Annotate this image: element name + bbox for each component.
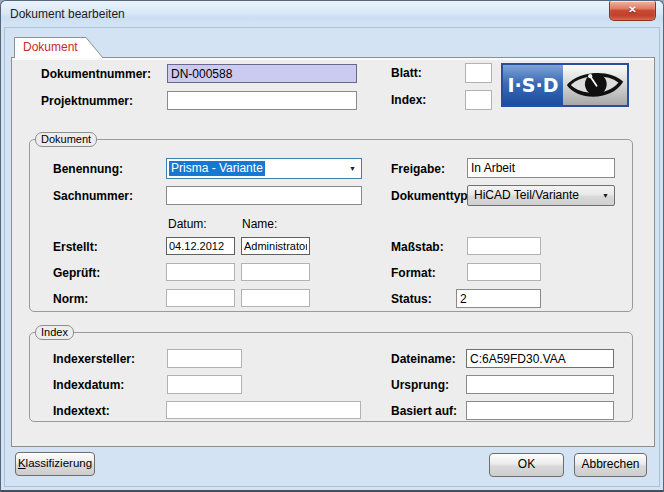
- indexersteller-field[interactable]: [167, 349, 242, 368]
- ursprung-label: Ursprung:: [391, 378, 449, 392]
- geprueft-label: Geprüft:: [53, 266, 100, 280]
- freigabe-field[interactable]: [467, 158, 615, 178]
- massstab-field[interactable]: [467, 237, 541, 255]
- index-group-caption: Index: [35, 325, 74, 340]
- dokument-group-caption: Dokument: [35, 132, 97, 147]
- ok-button-label: OK: [518, 457, 535, 471]
- freigabe-label: Freigabe:: [391, 162, 445, 176]
- norm-name-field[interactable]: [241, 289, 310, 307]
- chevron-down-icon[interactable]: ▼: [349, 165, 356, 172]
- isd-logo-blue-panel: I·S·D: [503, 65, 563, 105]
- erstellt-name-field[interactable]: [241, 237, 310, 255]
- window-title: Dokument bearbeiten: [10, 7, 125, 21]
- erstellt-label: Erstellt:: [53, 240, 98, 254]
- basiert-auf-field[interactable]: [466, 401, 614, 420]
- dokumentnummer-field[interactable]: [167, 64, 357, 83]
- abbrechen-button-label: Abbrechen: [581, 457, 639, 471]
- erstellt-datum-field[interactable]: [166, 237, 235, 255]
- chevron-down-icon[interactable]: ▼: [602, 192, 609, 199]
- dokumenttyp-combobox[interactable]: HiCAD Teil/Variante ▼: [467, 185, 615, 206]
- isd-logo-text: I·S·D: [508, 74, 559, 96]
- geprueft-name-field[interactable]: [241, 263, 310, 281]
- abbrechen-button[interactable]: Abbrechen: [574, 453, 647, 477]
- indexdatum-label: Indexdatum:: [53, 378, 124, 392]
- blatt-label: Blatt:: [391, 66, 422, 80]
- titlebar[interactable]: Dokument bearbeiten ✕: [1, 1, 663, 28]
- close-button[interactable]: ✕: [609, 1, 656, 21]
- tab-label: Dokument: [23, 40, 78, 54]
- status-field[interactable]: [456, 289, 541, 308]
- indexdatum-field[interactable]: [167, 375, 242, 394]
- dateiname-label: Dateiname:: [391, 352, 456, 366]
- indexersteller-label: Indexersteller:: [53, 352, 135, 366]
- index-label: Index:: [391, 93, 426, 107]
- dokumenttyp-selected-text: HiCAD Teil/Variante: [474, 188, 579, 202]
- ok-button[interactable]: OK: [489, 453, 564, 477]
- norm-label: Norm:: [53, 292, 88, 306]
- isd-logo-eye-panel: [563, 65, 627, 105]
- close-icon: ✕: [628, 4, 636, 15]
- klassifizierung-button[interactable]: Klassifizierung: [15, 452, 95, 476]
- klassifizierung-button-initial: K: [18, 457, 26, 469]
- index-field[interactable]: [465, 90, 492, 110]
- geprueft-datum-field[interactable]: [166, 263, 235, 281]
- klassifizierung-button-rest: lassifizierung: [26, 457, 92, 469]
- dateiname-field[interactable]: [466, 349, 614, 368]
- projektnummer-label: Projektnummer:: [41, 94, 133, 108]
- indextext-label: Indextext:: [53, 404, 110, 418]
- name-column-header: Name:: [242, 217, 277, 231]
- basiert-auf-label: Basiert auf:: [391, 404, 457, 418]
- massstab-label: Maßstab:: [391, 240, 444, 254]
- dokumenttyp-label: Dokumenttyp:: [391, 189, 472, 203]
- sachnummer-field[interactable]: [166, 186, 362, 205]
- norm-datum-field[interactable]: [166, 289, 235, 307]
- blatt-field[interactable]: [465, 63, 492, 83]
- projektnummer-field[interactable]: [167, 91, 357, 110]
- format-field[interactable]: [467, 263, 541, 281]
- isd-logo: I·S·D: [501, 63, 629, 107]
- dialog-dokument-bearbeiten: Dokument bearbeiten ✕ Dokument Dokumentn…: [0, 0, 664, 492]
- status-label: Status:: [391, 292, 432, 306]
- benennung-selected-text: Prisma - Variante: [169, 161, 265, 176]
- benennung-label: Benennung:: [53, 162, 123, 176]
- dokumentnummer-label: Dokumentnummer:: [41, 67, 151, 81]
- datum-column-header: Datum:: [168, 217, 207, 231]
- format-label: Format:: [391, 266, 436, 280]
- eye-icon: [566, 67, 624, 103]
- indextext-field[interactable]: [166, 401, 361, 419]
- benennung-combobox[interactable]: Prisma - Variante ▼: [166, 158, 362, 179]
- sachnummer-label: Sachnummer:: [53, 189, 133, 203]
- tab-dokument[interactable]: Dokument: [14, 36, 104, 58]
- ursprung-field[interactable]: [466, 375, 614, 394]
